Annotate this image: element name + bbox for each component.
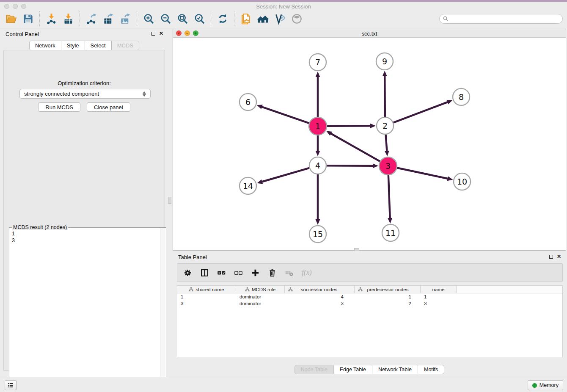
- tab-node-table[interactable]: Node Table: [295, 365, 334, 374]
- open-session-button[interactable]: [3, 10, 19, 27]
- export-table-button[interactable]: [100, 10, 117, 27]
- cell-shared-name: 1: [177, 294, 236, 299]
- mcds-result-text[interactable]: 1 3: [9, 229, 160, 391]
- graph-edge-4-14[interactable]: [261, 168, 309, 182]
- table-row[interactable]: 1 dominator 4 1 1: [177, 293, 562, 300]
- tab-select[interactable]: Select: [85, 41, 112, 50]
- memory-status-icon: [532, 383, 537, 388]
- close-panel-button[interactable]: Close panel: [87, 102, 130, 112]
- network-window-titlebar: × − + scc.txt: [173, 29, 566, 38]
- optimization-criterion-value: strongly connected component: [24, 91, 99, 97]
- control-panel-title: Control Panel: [6, 31, 39, 37]
- cell-mcds-role: dominator: [236, 294, 285, 299]
- new-network-file-icon: [240, 13, 252, 25]
- zoom-out-button[interactable]: [157, 10, 174, 27]
- houses-icon: [257, 13, 269, 25]
- zoom-out-icon: [160, 13, 171, 25]
- show-column-panel-icon[interactable]: [200, 268, 209, 277]
- header-spacer: [457, 286, 562, 293]
- zoom-fit-button[interactable]: [174, 10, 191, 27]
- tab-motifs[interactable]: Motifs: [418, 365, 444, 374]
- result-scrollbar[interactable]: [160, 228, 165, 391]
- network-graph: 7968124314101511: [173, 38, 566, 250]
- task-history-button[interactable]: [5, 380, 17, 390]
- tab-network-table[interactable]: Network Table: [372, 365, 418, 374]
- create-new-column-icon[interactable]: [251, 268, 260, 277]
- attribute-icon: [288, 287, 293, 292]
- column-header-predecessor-nodes[interactable]: predecessor nodes: [355, 286, 421, 293]
- table-row[interactable]: 3 dominator 3 2 3: [177, 300, 562, 307]
- tab-style[interactable]: Style: [61, 41, 85, 50]
- import-network-button[interactable]: [43, 10, 60, 27]
- graph-edge-3-11[interactable]: [388, 175, 390, 219]
- graph-edge-1-6[interactable]: [261, 107, 309, 123]
- run-mcds-button[interactable]: Run MCDS: [38, 102, 80, 112]
- import-table-button[interactable]: [60, 10, 77, 27]
- graph-edge-4-3[interactable]: [327, 166, 374, 166]
- zoom-in-icon: [143, 13, 154, 25]
- export-table-icon: [103, 13, 114, 25]
- float-panel-icon[interactable]: [151, 32, 155, 36]
- node-table: shared name MCDS role successor nodes pr…: [177, 285, 563, 357]
- control-panel-header: Control Panel ✕: [0, 28, 168, 39]
- graph-edge-1-2[interactable]: [327, 126, 371, 126]
- search-field[interactable]: [439, 14, 563, 24]
- attribute-icon: [245, 287, 250, 292]
- show-all-button[interactable]: [254, 10, 271, 27]
- export-image-button[interactable]: [117, 10, 134, 27]
- memory-button[interactable]: Memory: [528, 380, 563, 390]
- graph-node-label: 9: [382, 57, 387, 66]
- function-builder-icon: f(x): [302, 268, 312, 277]
- refresh-view-button[interactable]: [214, 10, 231, 27]
- open-folder-icon: [6, 13, 17, 25]
- graph-edge-2-3[interactable]: [386, 135, 387, 152]
- attribute-icon: [189, 287, 193, 292]
- graph-node-label: 14: [243, 181, 253, 190]
- column-header-mcds-role[interactable]: MCDS role: [236, 286, 285, 293]
- close-panel-icon[interactable]: ✕: [557, 254, 561, 259]
- graph-edge-2-9[interactable]: [385, 75, 385, 117]
- graph-edge-arrow: [446, 100, 452, 104]
- graph-node-label: 10: [457, 177, 467, 186]
- cell-predecessor-nodes: 2: [355, 301, 421, 306]
- graph-edge-3-10[interactable]: [397, 168, 449, 179]
- list-icon: [7, 382, 14, 389]
- close-panel-icon[interactable]: ✕: [159, 31, 163, 36]
- save-session-button[interactable]: [19, 10, 36, 27]
- attribute-icon: [358, 287, 363, 292]
- hide-eye-icon: [274, 13, 286, 25]
- tab-mcds[interactable]: MCDS: [112, 41, 139, 50]
- tab-edge-table[interactable]: Edge Table: [334, 365, 372, 374]
- unselect-all-columns-icon[interactable]: [234, 268, 243, 277]
- export-network-button[interactable]: [83, 10, 100, 27]
- graph-edge-3-1[interactable]: [330, 133, 380, 161]
- splitter-grip-horizontal[interactable]: [354, 248, 359, 251]
- hide-selected-button[interactable]: [271, 10, 288, 27]
- select-all-columns-icon[interactable]: [217, 268, 226, 277]
- graph-edge-arrow: [447, 176, 453, 181]
- float-panel-icon[interactable]: [549, 255, 553, 259]
- zoom-selected-button[interactable]: [191, 10, 208, 27]
- zoom-in-button[interactable]: [140, 10, 157, 27]
- cell-name: 3: [421, 301, 457, 306]
- show-hidden-button[interactable]: [288, 10, 305, 27]
- network-canvas[interactable]: 7968124314101511: [173, 38, 566, 250]
- delete-columns-trash-icon[interactable]: [268, 268, 277, 277]
- column-header-shared-name[interactable]: shared name: [177, 286, 236, 293]
- new-network-from-selection-button[interactable]: [237, 10, 254, 27]
- graph-edge-2-8[interactable]: [394, 102, 448, 123]
- splitter-grip-vertical[interactable]: [168, 197, 171, 204]
- toolbar-separator: [137, 11, 137, 26]
- graph-edge-arrow: [316, 72, 320, 77]
- network-window-title: scc.txt: [173, 30, 566, 37]
- tab-network[interactable]: Network: [29, 41, 61, 50]
- search-input[interactable]: [450, 16, 559, 22]
- optimization-criterion-select[interactable]: strongly connected component: [19, 89, 151, 99]
- cell-successor-nodes: 4: [285, 294, 355, 299]
- graph-node-label: 15: [313, 229, 323, 239]
- import-network-icon: [46, 13, 57, 25]
- column-header-successor-nodes[interactable]: successor nodes: [285, 286, 355, 293]
- table-options-gear-icon[interactable]: [183, 268, 192, 277]
- column-header-name[interactable]: name: [421, 286, 457, 293]
- graph-node-label: 11: [385, 228, 396, 237]
